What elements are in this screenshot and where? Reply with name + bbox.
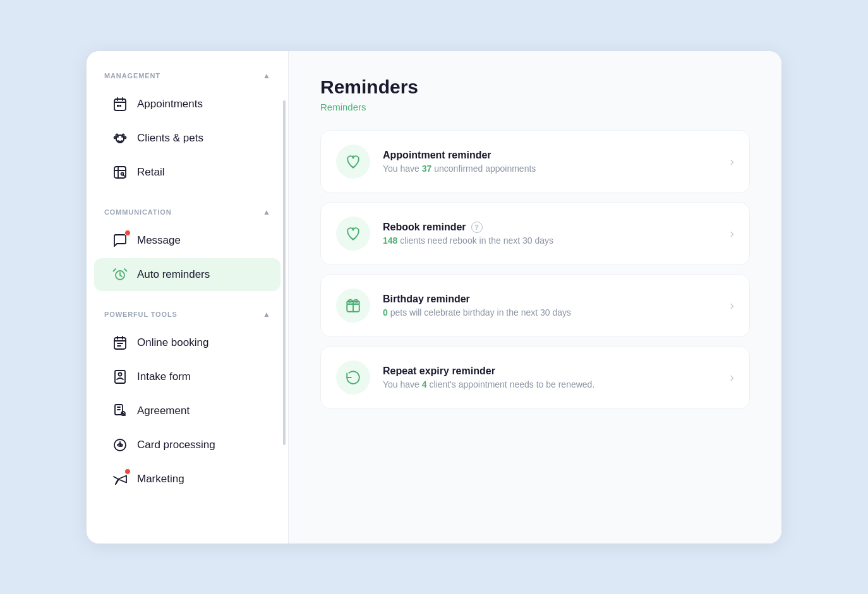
powerful-tools-chevron-icon[interactable]: ▲ [263,310,270,319]
section-management: MANAGEMENT ▲ [87,66,288,85]
heart-bell-icon [345,153,361,170]
birthday-reminder-desc: 0 pets will celebrate birthday in the ne… [383,307,717,318]
sidebar-item-card-processing[interactable]: Card processing [94,429,280,461]
section-powerful-tools-title: POWERFUL TOOLS [104,311,178,318]
sidebar-item-retail-label: Retail [137,166,164,179]
birthday-reminder-title: Birthday reminder [383,294,717,305]
rebook-help-icon[interactable]: ? [471,222,483,233]
communication-chevron-icon[interactable]: ▲ [263,208,270,217]
main-content: Reminders Reminders Appointment reminder… [289,51,781,544]
rebook-reminder-chevron: › [730,226,734,241]
section-management-title: MANAGEMENT [104,72,160,80]
section-communication-title: COMMUNICATION [104,208,172,216]
sidebar-item-appointments-label: Appointments [137,98,203,110]
svg-point-28 [119,372,122,376]
birthday-reminder-icon-wrap [336,288,370,323]
sidebar-item-clients-pets-label: Clients & pets [137,132,203,145]
sidebar: MANAGEMENT ▲ Appointments [87,51,289,544]
appointment-reminder-text: Appointment reminder You have 37 unconfi… [383,150,717,174]
sidebar-item-intake-form-label: Intake form [137,371,191,383]
svg-line-32 [114,477,118,479]
alarm-icon [112,266,128,283]
repeat-expiry-reminder-card[interactable]: Repeat expiry reminder You have 4 client… [320,346,750,409]
pet-icon [112,130,128,146]
sidebar-item-retail[interactable]: Retail [94,156,280,189]
rebook-reminder-icon-wrap [336,217,370,251]
appointment-reminder-icon-wrap [336,145,370,179]
management-chevron-icon[interactable]: ▲ [263,71,270,80]
app-container: MANAGEMENT ▲ Appointments [87,51,781,544]
calendar-icon [112,96,128,112]
appointment-reminder-title: Appointment reminder [383,150,717,161]
gap1 [87,190,288,203]
svg-rect-4 [117,105,119,107]
birthday-reminder-chevron: › [730,298,734,312]
repeat-expiry-reminder-chevron: › [730,370,734,384]
sidebar-item-online-booking[interactable]: Online booking [94,326,280,359]
svg-point-7 [118,136,119,138]
page-title: Reminders [320,76,750,98]
marketing-icon [112,471,128,487]
retail-icon [112,164,128,181]
sidebar-item-online-booking-label: Online booking [137,336,208,349]
sidebar-item-auto-reminders[interactable]: Auto reminders [94,258,280,291]
svg-point-12 [124,136,126,138]
birthday-reminder-text: Birthday reminder 0 pets will celebrate … [383,294,717,318]
sidebar-item-agreement[interactable]: Agreement [94,395,280,427]
message-icon [112,232,128,249]
svg-point-9 [116,134,118,136]
card-processing-icon [112,437,128,453]
agreement-icon [112,403,128,419]
repeat-expiry-icon-wrap [336,360,370,395]
section-powerful-tools: POWERFUL TOOLS ▲ [87,305,288,324]
svg-line-19 [114,269,116,271]
marketing-badge [124,468,131,475]
sidebar-item-appointments[interactable]: Appointments [94,88,280,121]
sidebar-item-card-processing-label: Card processing [137,439,215,451]
rebook-reminder-text: Rebook reminder ? 148 clients need reboo… [383,222,717,246]
svg-line-20 [124,269,127,271]
rebook-icon [345,225,361,242]
birthday-reminder-card[interactable]: Birthday reminder 0 pets will celebrate … [320,274,750,337]
appointment-reminder-card[interactable]: Appointment reminder You have 37 unconfi… [320,130,750,193]
appointment-reminder-chevron: › [730,154,734,169]
rebook-reminder-desc: 148 clients need rebook in the next 30 d… [383,235,717,246]
svg-line-17 [123,175,124,176]
gift-icon [345,297,361,314]
svg-point-10 [123,134,124,136]
refresh-icon [345,369,361,386]
svg-point-11 [114,136,116,138]
sidebar-item-marketing[interactable]: Marketing [94,463,280,496]
repeat-expiry-reminder-desc: You have 4 client's appointment needs to… [383,379,717,389]
message-badge [124,230,131,236]
rebook-reminder-title: Rebook reminder ? [383,222,717,233]
gap2 [87,292,288,305]
svg-point-8 [121,136,123,138]
section-communication: COMMUNICATION ▲ [87,203,288,222]
sidebar-item-intake-form[interactable]: Intake form [94,360,280,393]
repeat-expiry-reminder-text: Repeat expiry reminder You have 4 client… [383,365,717,389]
sidebar-item-auto-reminders-label: Auto reminders [137,268,210,281]
sidebar-item-message[interactable]: Message [94,224,280,257]
sidebar-item-marketing-label: Marketing [137,473,184,485]
appointment-reminder-desc: You have 37 unconfirmed appoinments [383,163,717,174]
sidebar-item-agreement-label: Agreement [137,405,190,417]
sidebar-item-clients-pets[interactable]: Clients & pets [94,122,280,155]
sidebar-item-message-label: Message [137,234,181,247]
online-booking-icon [112,335,128,351]
rebook-reminder-card[interactable]: Rebook reminder ? 148 clients need reboo… [320,202,750,265]
svg-rect-5 [119,105,121,107]
breadcrumb[interactable]: Reminders [320,102,750,112]
sidebar-scrollbar[interactable] [283,100,286,445]
intake-form-icon [112,369,128,385]
repeat-expiry-reminder-title: Repeat expiry reminder [383,365,717,377]
